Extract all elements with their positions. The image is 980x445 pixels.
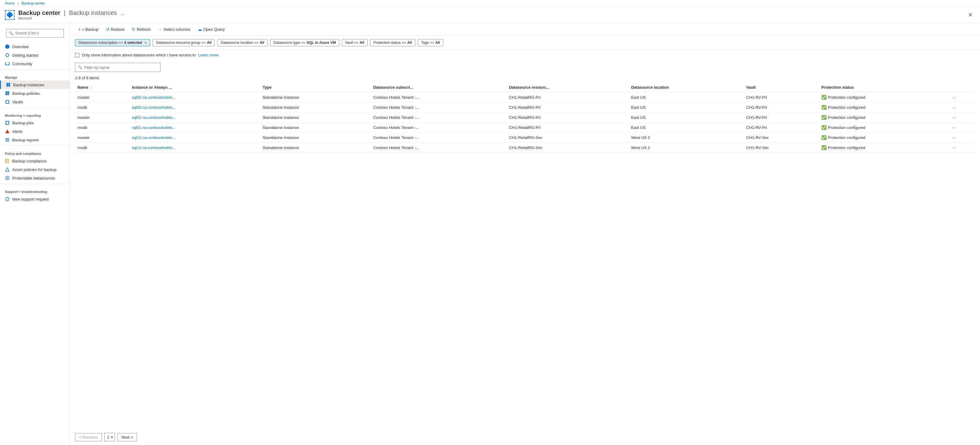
sidebar-item-backup-policies[interactable]: Backup policies	[0, 89, 70, 98]
table-header-row: Name ↕ Instance or Always ... Type Datas…	[75, 82, 975, 92]
instance-link-2[interactable]: sql01.na.contosohotels...	[132, 115, 176, 120]
cell-vault-5: CH1-RV-Sec	[744, 143, 819, 153]
status-text-2: Protection configured	[828, 115, 865, 120]
status-text-4: Protection configured	[828, 135, 865, 140]
cell-name-2: master	[75, 112, 129, 122]
col-resource-group[interactable]: Datasource resourc...	[506, 82, 628, 92]
nav-divider-1	[0, 69, 70, 70]
row-actions-0[interactable]: ···	[952, 95, 956, 100]
sidebar-item-overview[interactable]: Overview	[0, 42, 70, 51]
breadcrumb-home[interactable]: Home	[5, 1, 14, 5]
cell-status-3: ✅ Protection configured	[819, 122, 950, 133]
backup-reports-icon	[5, 138, 10, 143]
status-ok-5: ✅ Protection configured	[821, 145, 946, 150]
row-actions-5[interactable]: ···	[952, 145, 956, 150]
cell-vault-3: CH1-RV-Pri	[744, 122, 819, 133]
instance-link-3[interactable]: sql01.na.contosohotels...	[132, 125, 176, 130]
col-type[interactable]: Type	[260, 82, 371, 92]
close-button[interactable]: ✕	[966, 10, 975, 20]
backup-button[interactable]: + + Backup	[75, 25, 102, 33]
col-name[interactable]: Name ↕	[75, 82, 129, 92]
cell-type-0: Standalone Instance	[260, 92, 371, 102]
col-vault[interactable]: Vault	[744, 82, 819, 92]
row-actions-1[interactable]: ···	[952, 105, 956, 110]
search-input[interactable]	[15, 31, 61, 35]
filter-subscription[interactable]: Datasource subscription == 3 selected ✕	[75, 39, 150, 46]
row-actions-4[interactable]: ···	[952, 135, 956, 140]
access-checkbox[interactable]	[75, 53, 80, 57]
vaults-icon	[5, 99, 10, 104]
row-actions-2[interactable]: ···	[952, 115, 956, 120]
sidebar-item-backup-jobs[interactable]: Backup jobs	[0, 119, 70, 127]
sidebar-label-backup-policies: Backup policies	[12, 91, 40, 96]
sidebar-item-azure-policies[interactable]: Azure policies for backup	[0, 165, 70, 174]
filter-type[interactable]: Datasource type == SQL in Azure VM	[270, 39, 339, 46]
learn-more-link[interactable]: Learn more.	[198, 53, 220, 57]
filter-vault[interactable]: Vault == All	[342, 39, 368, 46]
filter-location[interactable]: Datasource location == All	[217, 39, 267, 46]
sidebar-item-backup-compliance[interactable]: Backup compliance	[0, 157, 70, 165]
filter-ps-label: Protection status ==	[374, 41, 406, 45]
cell-status-1: ✅ Protection configured	[819, 102, 950, 112]
instance-link-5[interactable]: sql12.na.contosohotels...	[132, 146, 176, 150]
page-select[interactable]: 1 ▼	[104, 433, 115, 441]
cell-name-4: master	[75, 133, 129, 143]
section-policy: Policy and compliance	[0, 147, 70, 157]
next-button[interactable]: Next >	[118, 433, 137, 441]
filter-resource-group[interactable]: Datasource resource group == All	[153, 39, 215, 46]
title-section: Backup center | Backup instances ... Mic…	[18, 10, 966, 20]
cell-location-2: East US	[628, 112, 743, 122]
sidebar-item-new-support[interactable]: ? New support request	[0, 195, 70, 203]
sidebar-item-backup-instances[interactable]: Backup instances	[0, 81, 70, 89]
select-columns-button[interactable]: → Select columns	[155, 25, 193, 33]
page-number: 1	[107, 435, 109, 440]
cell-vault-1: CH1-RV-Pri	[744, 102, 819, 112]
sidebar-label-vaults: Vaults	[12, 100, 23, 104]
cell-name-1: msdb	[75, 102, 129, 112]
cell-actions-1: ···	[950, 102, 975, 112]
col-instance[interactable]: Instance or Always ...	[129, 82, 260, 92]
sidebar-item-backup-reports[interactable]: Backup reports	[0, 136, 70, 144]
sidebar-item-community[interactable]: Community	[0, 59, 70, 68]
app-icon	[5, 10, 14, 20]
search-container: 🔍	[6, 29, 64, 38]
svg-rect-2	[5, 138, 9, 139]
cell-actions-4: ···	[950, 133, 975, 143]
open-query-button[interactable]: ☁ Open Query	[195, 25, 228, 33]
col-location[interactable]: Datasource location	[628, 82, 743, 92]
cell-actions-5: ···	[950, 143, 975, 153]
filter-protection-status[interactable]: Protection status == All	[370, 39, 415, 46]
filter-subscription-close[interactable]: ✕	[144, 41, 147, 44]
sidebar-item-protectable-datasources[interactable]: Protectable datasources	[0, 174, 70, 182]
instance-link-0[interactable]: sql00.na.contosohotels...	[132, 95, 176, 100]
filter-name-input[interactable]	[84, 65, 158, 70]
breadcrumb-current[interactable]: Backup center	[22, 1, 45, 5]
cell-rg-4: CH1-RetailRG-Sec	[506, 133, 628, 143]
sidebar-item-getting-started[interactable]: Getting started	[0, 51, 70, 59]
row-actions-3[interactable]: ···	[952, 125, 956, 130]
col-subscription[interactable]: Datasource subscri...	[371, 82, 506, 92]
instance-link-4[interactable]: sql12.na.contosohotels...	[132, 135, 176, 140]
refresh-button[interactable]: ↻ Refresh	[129, 25, 154, 33]
title-ellipsis[interactable]: ...	[121, 11, 124, 16]
status-ok-2: ✅ Protection configured	[821, 115, 946, 120]
filter-tags[interactable]: Tags == All	[418, 39, 443, 46]
filter-tags-label: Tags ==	[421, 41, 434, 45]
sidebar-item-vaults[interactable]: Vaults	[0, 98, 70, 106]
previous-button[interactable]: < Previous	[75, 433, 102, 441]
table-row: msdb sql00.na.contosohotels... Standalon…	[75, 102, 975, 112]
cell-actions-2: ···	[950, 112, 975, 122]
col-protection-status[interactable]: Protection status	[819, 82, 950, 92]
sidebar-item-alerts[interactable]: Alerts	[0, 127, 70, 136]
restore-icon: ↺	[106, 27, 110, 32]
restore-button[interactable]: ↺ Restore	[103, 25, 128, 33]
select-columns-icon: →	[158, 27, 162, 32]
cell-name-5: msdb	[75, 143, 129, 153]
svg-point-5	[7, 177, 8, 179]
sidebar-label-alerts: Alerts	[12, 129, 22, 134]
status-ok-icon-0: ✅	[821, 95, 827, 100]
backup-policies-icon	[5, 91, 10, 96]
cell-rg-3: CH1-RetailRG-Pri	[506, 122, 628, 133]
sidebar-label-azure-policies: Azure policies for backup	[12, 167, 56, 172]
instance-link-1[interactable]: sql00.na.contosohotels...	[132, 105, 176, 110]
